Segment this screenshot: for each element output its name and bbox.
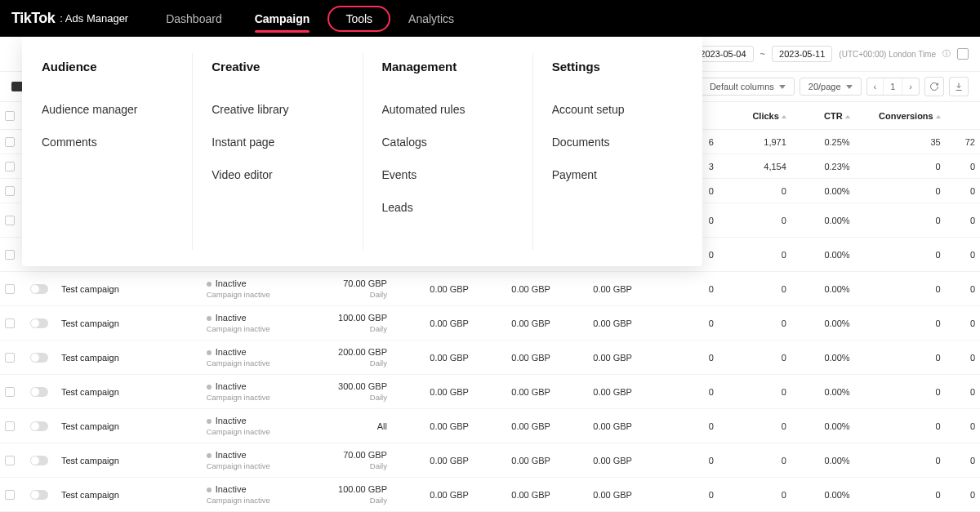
row-checkbox[interactable] <box>5 186 15 196</box>
date-to[interactable]: 2023-05-11 <box>772 46 832 62</box>
col-conversions[interactable]: Conversions <box>855 102 946 130</box>
mega-link-account-setup[interactable]: Account setup <box>552 93 679 126</box>
perpage-select[interactable]: 20/page <box>800 78 862 96</box>
cell-ctr: 0.00% <box>791 341 855 375</box>
mega-link-documents[interactable]: Documents <box>552 126 679 158</box>
mega-link-comments[interactable]: Comments <box>42 126 169 158</box>
row-toggle[interactable] <box>30 353 48 363</box>
mega-link-audience-manager[interactable]: Audience manager <box>42 93 169 126</box>
mega-link-instant-page[interactable]: Instant page <box>212 126 339 158</box>
cell-impressions: 0 <box>637 409 719 443</box>
mega-link-automated-rules[interactable]: Automated rules <box>382 93 510 126</box>
nav-tools[interactable]: Tools <box>327 6 390 32</box>
chevron-down-icon <box>779 85 786 89</box>
cell-status: InactiveCampaign inactive <box>202 409 310 443</box>
cell-impressions: 0 <box>637 306 719 341</box>
row-toggle[interactable] <box>30 490 48 500</box>
row-toggle[interactable] <box>30 456 48 465</box>
cell-cost: 0.00 GBP <box>392 306 474 341</box>
download-icon <box>954 82 964 91</box>
pager-prev[interactable]: ‹ <box>867 78 884 95</box>
row-checkbox[interactable] <box>5 216 15 225</box>
row-toggle[interactable] <box>30 318 48 328</box>
row-checkbox[interactable] <box>5 456 15 465</box>
cell-extra: 0 <box>946 478 980 512</box>
mega-link-video-editor[interactable]: Video editor <box>212 158 339 191</box>
table-row[interactable]: Test campaignInactiveCampaign inactive10… <box>0 306 980 341</box>
nav-campaign[interactable]: Campaign <box>240 4 325 33</box>
table-row[interactable]: Test campaignInactiveCampaign inactive70… <box>0 272 980 306</box>
row-checkbox[interactable] <box>5 353 15 363</box>
logo-suffix: : Ads Manager <box>60 12 128 24</box>
refresh-button[interactable] <box>924 77 944 96</box>
row-checkbox[interactable] <box>5 137 15 147</box>
mega-link-creative-library[interactable]: Creative library <box>212 93 339 126</box>
cell-clicks: 0 <box>719 306 791 341</box>
row-checkbox[interactable] <box>5 162 15 171</box>
logo: TikTok <box>11 10 55 27</box>
cell-extra: 0 <box>946 203 980 238</box>
row-toggle[interactable] <box>30 421 48 431</box>
pager-next[interactable]: › <box>902 78 919 95</box>
row-toggle[interactable] <box>30 387 48 397</box>
pager-current[interactable]: 1 <box>883 78 902 95</box>
nav-analytics[interactable]: Analytics <box>394 4 469 33</box>
cell-cost: 0.00 GBP <box>392 478 474 512</box>
table-row[interactable]: Test campaignInactiveCampaign inactive30… <box>0 375 980 409</box>
cell-cpc: 0.00 GBP <box>474 341 555 375</box>
cell-budget: 70.00 GBPDaily <box>310 443 392 478</box>
select-all-checkbox[interactable] <box>5 111 15 121</box>
info-icon[interactable]: ⓘ <box>942 48 951 60</box>
row-checkbox[interactable] <box>5 421 15 431</box>
cell-ctr: 0.00% <box>791 409 855 443</box>
columns-select[interactable]: Default columns <box>701 78 795 96</box>
table-row[interactable]: Test campaignInactiveCampaign inactive10… <box>0 478 980 512</box>
cell-extra: 0 <box>946 443 980 478</box>
cell-ctr: 0.00% <box>791 306 855 341</box>
cell-budget: 300.00 GBPDaily <box>310 375 392 409</box>
cell-clicks: 4,154 <box>719 154 791 179</box>
cell-budget: All <box>310 409 392 443</box>
row-checkbox[interactable] <box>5 318 15 328</box>
status-dot-icon <box>207 385 212 390</box>
cell-ctr: 0.00% <box>791 443 855 478</box>
row-toggle[interactable] <box>30 284 48 294</box>
table-row[interactable]: Test campaignInactiveCampaign inactive20… <box>0 341 980 375</box>
cell-conversions: 0 <box>855 154 946 179</box>
col-clicks[interactable]: Clicks <box>719 102 791 130</box>
cell-cpm: 0.00 GBP <box>555 443 637 478</box>
cell-name: Test campaign <box>56 272 202 306</box>
calendar-icon[interactable] <box>957 48 969 60</box>
cell-impressions: 0 <box>637 375 719 409</box>
mega-link-payment[interactable]: Payment <box>552 158 679 191</box>
cell-cpc: 0.00 GBP <box>474 409 555 443</box>
status-dot-icon <box>207 488 212 492</box>
cell-clicks: 0 <box>719 375 791 409</box>
row-checkbox[interactable] <box>5 490 15 500</box>
cell-clicks: 0 <box>719 238 791 272</box>
row-checkbox[interactable] <box>5 250 15 260</box>
cell-extra: 0 <box>946 154 980 179</box>
mega-link-events[interactable]: Events <box>382 158 510 191</box>
mega-heading-audience: Audience <box>42 60 169 73</box>
cell-conversions: 0 <box>855 443 946 478</box>
export-button[interactable] <box>949 77 969 96</box>
row-checkbox[interactable] <box>5 284 15 294</box>
table-row[interactable]: Test campaignInactiveCampaign inactiveAl… <box>0 409 980 443</box>
mega-link-catalogs[interactable]: Catalogs <box>382 126 510 158</box>
mega-heading-management: Management <box>382 60 510 73</box>
mega-col-settings: Settings Account setup Documents Payment <box>532 37 702 266</box>
cell-extra: 0 <box>946 375 980 409</box>
cell-impressions: 0 <box>637 443 719 478</box>
cell-clicks: 0 <box>719 179 791 203</box>
col-ctr[interactable]: CTR <box>791 102 855 130</box>
table-row[interactable]: Test campaignInactiveCampaign inactive70… <box>0 443 980 478</box>
mega-link-leads[interactable]: Leads <box>382 191 510 224</box>
cell-status: InactiveCampaign inactive <box>202 375 310 409</box>
row-checkbox[interactable] <box>5 387 15 397</box>
cell-ctr: 0.23% <box>791 154 855 179</box>
cell-cost: 0.00 GBP <box>392 272 474 306</box>
cell-conversions: 0 <box>855 238 946 272</box>
nav-dashboard[interactable]: Dashboard <box>151 4 237 33</box>
cell-ctr: 0.00% <box>791 238 855 272</box>
